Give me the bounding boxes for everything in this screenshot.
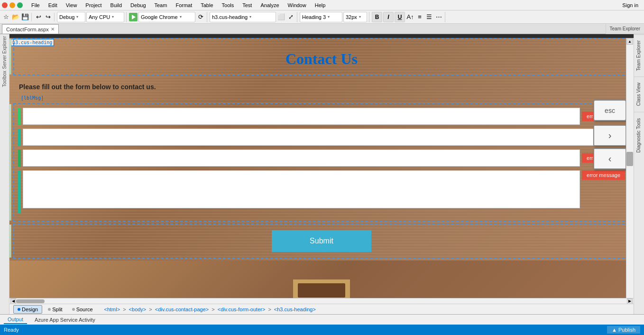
debug-dropdown[interactable]: Debug ▾ — [57, 12, 85, 22]
form-outer-region: error message error message — [13, 103, 630, 222]
menu-edit[interactable]: Edit — [45, 1, 61, 9]
scroll-left-arrow[interactable]: ◀ — [10, 298, 16, 304]
breadcrumb: <html> > <body> > <div.cus-contact-page>… — [102, 306, 318, 313]
box-icon[interactable]: ⬜ — [277, 13, 285, 21]
maximize-icon[interactable] — [17, 2, 23, 8]
undo-icon[interactable]: ↩ — [34, 13, 43, 21]
sign-in-button[interactable]: Sign in — [618, 1, 642, 9]
menu-tools[interactable]: Tools — [218, 1, 238, 9]
status-right: ▲ Publish — [607, 326, 640, 334]
heading-dropdown-arrow: ▾ — [328, 15, 330, 19]
h-scroll-thumb[interactable] — [16, 299, 45, 303]
team-explorer-panel[interactable]: Team Explorer — [634, 34, 644, 76]
output-tab[interactable]: Output — [4, 316, 27, 324]
source-view-dot — [72, 308, 75, 311]
toolbar: ☆ 📂 💾 ↩ ↪ Debug ▾ Any CPU ▾ Google Chrom… — [0, 10, 644, 24]
submit-button[interactable]: Submit — [272, 230, 371, 252]
element-selector-group: h3.cus-heading ▾ ⬜ ⤢ — [210, 12, 297, 22]
server-explorer-label[interactable]: Server Explorer — [2, 36, 7, 69]
fontsize-label: 32px — [346, 14, 357, 20]
breadcrumb-div-form[interactable]: <div.cus-form-outer> — [216, 306, 267, 313]
publish-button[interactable]: ▲ Publish — [607, 326, 640, 334]
browser-dropdown[interactable]: Google Chrome ▾ — [138, 12, 195, 22]
tab-bar: ContactForm.aspx ✕ Team Explorer — [0, 24, 644, 34]
heading-dropdown[interactable]: Heading 3 ▾ — [300, 12, 342, 22]
breadcrumb-div-contact[interactable]: <div.cus-contact-page> — [153, 306, 211, 313]
format-buttons-group: B I U A↑ ≡ ☰ ⋯ — [372, 12, 445, 22]
italic-button[interactable]: I — [383, 12, 394, 22]
arrow-up-key: › — [593, 125, 626, 146]
heading-region: Contact Us — [13, 38, 630, 75]
breadcrumb-body[interactable]: <body> — [127, 306, 148, 313]
fontsize-dropdown-arrow: ▾ — [359, 15, 361, 19]
refresh-icon[interactable]: ⟳ — [196, 13, 205, 21]
minimize-icon[interactable] — [9, 2, 15, 8]
font-size-increase-icon[interactable]: A↑ — [406, 13, 414, 21]
run-button[interactable] — [129, 13, 138, 21]
menu-project[interactable]: Project — [82, 1, 105, 9]
input-field-3[interactable] — [23, 149, 580, 167]
toolbox-label[interactable]: Toolbox — [2, 71, 7, 87]
element-selector-arrow: ▾ — [249, 15, 251, 19]
split-view-button[interactable]: Split — [44, 306, 66, 313]
menu-format[interactable]: Format — [172, 1, 196, 9]
menu-team[interactable]: Team — [151, 1, 171, 9]
menu-window[interactable]: Window — [284, 1, 310, 9]
form-row-1: error message — [18, 108, 625, 125]
fontsize-dropdown[interactable]: 32px ▾ — [343, 12, 367, 22]
source-view-button[interactable]: Source — [68, 306, 97, 313]
row1-accent — [18, 108, 21, 125]
textarea-field[interactable] — [23, 170, 580, 208]
play-icon — [132, 15, 136, 19]
menu-help[interactable]: Help — [311, 1, 330, 9]
webpage-preview: h3.cus-heading Contact Us Please fill ou… — [9, 38, 634, 298]
azure-activity-tab[interactable]: Azure App Service Activity — [31, 316, 99, 324]
menu-test[interactable]: Test — [239, 1, 256, 9]
menu-view[interactable]: View — [62, 1, 81, 9]
input-field-2[interactable] — [23, 129, 604, 146]
close-icon[interactable] — [2, 2, 8, 8]
resize-icon[interactable]: ⤢ — [286, 13, 295, 21]
menu-file[interactable]: File — [28, 1, 44, 9]
open-icon[interactable]: 📂 — [11, 13, 20, 21]
text-align-icon[interactable]: ≡ — [415, 13, 424, 21]
design-area: h3.cus-heading Contact Us Please fill ou… — [9, 34, 634, 314]
breadcrumb-h3[interactable]: <h3.cus-heading> — [272, 306, 318, 313]
element-selector-dropdown[interactable]: h3.cus-heading ▾ — [210, 12, 276, 22]
underline-button[interactable]: U — [395, 12, 405, 22]
scroll-right-arrow[interactable]: ▶ — [627, 298, 633, 304]
contactform-tab[interactable]: ContactForm.aspx ✕ — [2, 24, 59, 34]
design-view-button[interactable]: Design — [13, 305, 42, 314]
diagnostic-tools-panel[interactable]: Diagnostic Tools — [634, 112, 644, 158]
menu-table[interactable]: Table — [197, 1, 217, 9]
more-format-icon[interactable]: ⋯ — [434, 13, 443, 21]
scroll-thumb[interactable] — [626, 152, 633, 166]
menu-debug[interactable]: Debug — [127, 1, 149, 9]
scroll-up-arrow[interactable]: ▲ — [626, 38, 633, 45]
new-project-icon[interactable]: ☆ — [2, 13, 10, 21]
list-icon[interactable]: ☰ — [425, 13, 433, 21]
element-selector-label: h3.cus-heading — [212, 14, 248, 20]
window-controls — [2, 2, 23, 8]
heading-label: Heading 3 — [302, 14, 326, 20]
vertical-scrollbar[interactable]: ▲ ▼ — [626, 38, 634, 298]
menu-build[interactable]: Build — [107, 1, 126, 9]
input-field-1[interactable] — [23, 108, 580, 125]
bottom-bar: Design Split Source <html> > <body> > <d… — [9, 304, 634, 314]
breadcrumb-html[interactable]: <html> — [102, 306, 122, 313]
lbl-msg-label: [lblMsg] — [19, 94, 46, 102]
cpu-dropdown[interactable]: Any CPU ▾ — [86, 12, 124, 22]
team-explorer-tab[interactable]: Team Explorer — [606, 24, 644, 34]
toolbar-undo-group: ↩ ↪ — [34, 13, 55, 21]
redo-icon[interactable]: ↪ — [44, 13, 52, 21]
menu-analyze[interactable]: Analyze — [257, 1, 283, 9]
class-view-panel[interactable]: Class View — [634, 76, 644, 112]
debug-config-group: Debug ▾ Any CPU ▾ — [57, 12, 127, 22]
debug-config-label: Debug — [59, 14, 74, 20]
heading-group: Heading 3 ▾ 32px ▾ — [300, 12, 369, 22]
menu-bar: File Edit View Project Build Debug Team … — [0, 0, 644, 10]
save-icon[interactable]: 💾 — [21, 13, 29, 21]
tab-close-icon[interactable]: ✕ — [51, 27, 55, 32]
bold-button[interactable]: B — [372, 12, 382, 22]
form-left-accent — [9, 104, 11, 221]
